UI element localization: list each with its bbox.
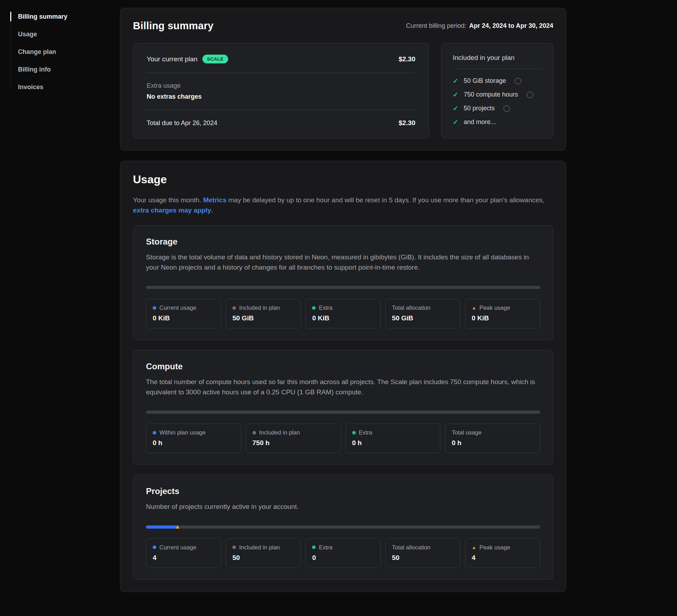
- sidebar-item-billing-info[interactable]: Billing info: [11, 66, 120, 73]
- plan-price: $2.30: [398, 55, 415, 63]
- projects-stat-peak-usage: ▲Peak usage 4: [465, 538, 540, 568]
- included-item-storage: ✓ 50 GiB storage: [453, 77, 542, 85]
- current-usage-dot-icon: [153, 306, 156, 310]
- included-dot-icon: [232, 546, 236, 549]
- compute-description: The total number of compute hours used s…: [146, 377, 540, 397]
- divider: [147, 73, 415, 73]
- compute-stat-within-plan: Within plan usage 0 h: [146, 424, 241, 453]
- usage-title: Usage: [133, 173, 553, 186]
- info-icon[interactable]: [515, 78, 521, 84]
- extra-charges-link[interactable]: extra charges may apply: [133, 207, 211, 214]
- projects-progress-fill: [146, 525, 177, 529]
- info-icon[interactable]: [527, 92, 533, 98]
- projects-stats: Current usage 4 Included in plan 50 Extr…: [146, 538, 540, 568]
- plan-badge: SCALE: [202, 55, 228, 63]
- storage-stats: Current usage 0 KiB Included in plan 50 …: [146, 299, 540, 328]
- included-dot-icon: [232, 306, 236, 310]
- billing-summary-card: Billing summary Current billing period:A…: [120, 8, 566, 151]
- projects-stat-total-allocation: Total allocation 50: [385, 538, 461, 568]
- projects-description: Number of projects currently active in y…: [146, 502, 540, 512]
- storage-stat-extra: Extra 0 KiB: [305, 299, 380, 328]
- billing-period-label: Current billing period:: [406, 22, 466, 29]
- storage-description: Storage is the total volume of data and …: [146, 252, 540, 272]
- total-due-label: Total due to Apr 26, 2024: [147, 119, 217, 127]
- billing-nav: Billing summary Usage Change plan Billin…: [11, 13, 120, 91]
- included-title: Included in your plan: [453, 54, 542, 62]
- projects-stat-current-usage: Current usage 4: [146, 538, 221, 568]
- main-content: Billing summary Current billing period:A…: [120, 8, 566, 602]
- storage-stat-total-allocation: Total allocation 50 GiB: [385, 299, 461, 328]
- sidebar-item-invoices[interactable]: Invoices: [11, 83, 120, 91]
- plan-summary-panel: Your current plan SCALE $2.30 Extra usag…: [133, 43, 429, 138]
- projects-title: Projects: [146, 486, 540, 496]
- usage-intro: Your usage this month. Metrics may be de…: [133, 195, 551, 215]
- sidebar-item-change-plan[interactable]: Change plan: [11, 48, 120, 56]
- included-item-label: 50 projects: [464, 105, 495, 112]
- page: Billing summary Usage Change plan Billin…: [0, 0, 677, 611]
- divider: [147, 110, 415, 110]
- check-icon: ✓: [453, 91, 458, 99]
- peak-triangle-icon: ▲: [472, 306, 476, 310]
- sidebar-item-usage[interactable]: Usage: [11, 30, 120, 38]
- extra-usage-value: No extras charges: [147, 93, 415, 100]
- check-icon: ✓: [453, 77, 458, 85]
- compute-section: Compute The total number of compute hour…: [133, 350, 553, 465]
- projects-section: Projects Number of projects currently ac…: [133, 475, 553, 580]
- extra-usage-label: Extra usage: [147, 82, 415, 90]
- compute-stat-extra: Extra 0 h: [346, 424, 441, 453]
- info-icon[interactable]: [504, 105, 510, 112]
- projects-progress-bar: ▲: [146, 525, 540, 529]
- included-in-plan-panel: Included in your plan ✓ 50 GiB storage ✓…: [441, 43, 553, 138]
- extra-dot-icon: [352, 431, 356, 435]
- compute-title: Compute: [146, 362, 540, 371]
- projects-stat-extra: Extra 0: [305, 538, 380, 568]
- included-dot-icon: [252, 431, 256, 435]
- included-item-label: 750 compute hours: [464, 91, 518, 98]
- storage-stat-included: Included in plan 50 GiB: [226, 299, 301, 328]
- billing-period-value: Apr 24, 2024 to Apr 30, 2024: [469, 22, 553, 29]
- extra-dot-icon: [312, 546, 316, 549]
- total-due-value: $2.30: [398, 119, 415, 127]
- peak-triangle-icon: ▲: [472, 545, 476, 550]
- compute-stat-total-usage: Total usage 0 h: [445, 424, 540, 453]
- billing-summary-title: Billing summary: [133, 20, 214, 32]
- storage-title: Storage: [146, 237, 540, 247]
- included-item-label: and more...: [464, 118, 496, 126]
- billing-summary-header: Billing summary Current billing period:A…: [133, 20, 553, 32]
- sidebar-item-billing-summary[interactable]: Billing summary: [11, 13, 120, 20]
- storage-progress-bar: [146, 286, 540, 289]
- storage-stat-peak-usage: ▲Peak usage 0 KiB: [465, 299, 540, 328]
- billing-period: Current billing period:Apr 24, 2024 to A…: [406, 22, 553, 30]
- compute-stat-included: Included in plan 750 h: [246, 424, 341, 453]
- included-item-compute: ✓ 750 compute hours: [453, 91, 542, 99]
- check-icon: ✓: [453, 118, 458, 126]
- included-item-projects: ✓ 50 projects: [453, 104, 542, 112]
- current-usage-dot-icon: [153, 546, 156, 549]
- included-item-more: ✓ and more...: [453, 118, 542, 126]
- within-plan-dot-icon: [153, 431, 156, 435]
- metrics-link[interactable]: Metrics: [203, 196, 227, 204]
- storage-section: Storage Storage is the total volume of d…: [133, 225, 553, 340]
- storage-stat-current-usage: Current usage 0 KiB: [146, 299, 221, 328]
- compute-progress-bar: [146, 411, 540, 414]
- included-list: ✓ 50 GiB storage ✓ 750 compute hours ✓ 5…: [453, 77, 542, 126]
- sidebar: Billing summary Usage Change plan Billin…: [0, 8, 120, 602]
- compute-stats: Within plan usage 0 h Included in plan 7…: [146, 424, 540, 453]
- divider: [453, 69, 542, 69]
- included-item-label: 50 GiB storage: [464, 77, 506, 85]
- peak-usage-marker-icon: ▲: [175, 524, 181, 530]
- check-icon: ✓: [453, 104, 458, 112]
- extra-dot-icon: [312, 306, 316, 310]
- projects-stat-included: Included in plan 50: [226, 538, 301, 568]
- usage-card: Usage Your usage this month. Metrics may…: [120, 161, 566, 592]
- current-plan-label: Your current plan: [147, 55, 197, 63]
